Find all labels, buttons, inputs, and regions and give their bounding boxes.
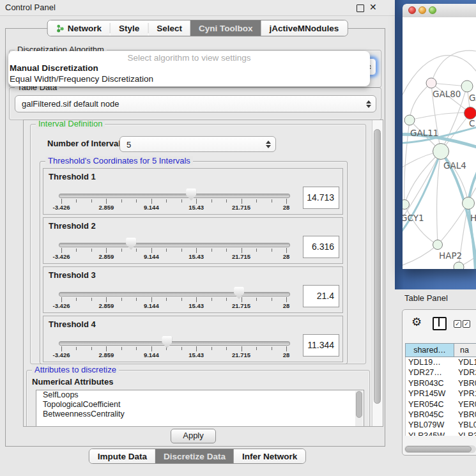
table-data-group: Table Data galFiltered.sif default node — [9, 88, 381, 120]
attribute-item-topologicalcoefficient[interactable]: TopologicalCoefficient — [36, 400, 364, 410]
close-icon[interactable]: ✕ — [369, 2, 377, 12]
table-row[interactable]: YLR345WYLR3 — [406, 431, 476, 436]
scrollbar-thumb[interactable] — [405, 446, 472, 452]
network-node-c[interactable] — [464, 107, 476, 119]
number-of-intervals-label: Number of Intervals — [47, 139, 125, 148]
tab-discretize-data[interactable]: Discretize Data — [155, 449, 234, 463]
slider-thumb[interactable] — [162, 336, 172, 348]
group-title: Attributes to discretize — [32, 365, 119, 374]
table-row[interactable]: YER054CYER0 — [406, 399, 476, 410]
minimize-traffic-light[interactable] — [418, 6, 426, 14]
tab-jactivemnodules[interactable]: jActiveMNodules — [261, 20, 348, 36]
slider-track[interactable] — [59, 194, 290, 198]
tab-network[interactable]: Network — [48, 20, 110, 36]
float-window-icon[interactable] — [357, 4, 364, 12]
zoom-traffic-light[interactable] — [429, 6, 436, 14]
attributes-group: Attributes to discretize Numerical Attri… — [26, 370, 370, 427]
network-node-h[interactable] — [463, 197, 475, 210]
table-cell: YDL1 — [454, 357, 476, 367]
tick-label: 21.715 — [232, 302, 250, 309]
table-row[interactable]: YDL19…YDL1 — [406, 357, 476, 367]
panel-title: Control Panel — [5, 3, 56, 12]
tab-select[interactable]: Select — [148, 20, 190, 36]
tick — [91, 249, 92, 252]
threshold-value-field[interactable]: 14.713 — [303, 187, 339, 209]
tab-label: Discretize Data — [164, 452, 226, 461]
scrollbar-thumb[interactable] — [374, 129, 381, 404]
column-header-2[interactable]: na — [454, 344, 476, 357]
threshold-value-field[interactable]: 21.4 — [303, 285, 339, 307]
tab-style[interactable]: Style — [111, 20, 148, 36]
checkbox-icon[interactable]: ✓ — [463, 320, 470, 328]
network-icon — [56, 24, 65, 33]
list-scrollbar[interactable] — [355, 391, 363, 427]
horizontal-scrollbar[interactable] — [404, 445, 476, 453]
tick — [91, 199, 92, 203]
attribute-item-betweennesscentrality[interactable]: BetweennessCentrality — [36, 410, 364, 419]
table-row[interactable]: YDR27…YDR2 — [406, 367, 476, 378]
tab-infer-network[interactable]: Infer Network — [234, 449, 305, 463]
dropdown-option-equal-width-frequency-discretization[interactable]: Equal Width/Frequency Discretization — [8, 73, 370, 84]
threshold-value-field[interactable]: 6.316 — [303, 236, 339, 258]
node-table: shared…na YDL19…YDL1YDR27…YDR2YBR043CYBR… — [405, 343, 476, 436]
tick-label: 21.715 — [232, 253, 250, 260]
tick-label: 21.715 — [232, 204, 250, 211]
tick — [136, 199, 137, 203]
attributes-listbox[interactable]: SelfLoopsTopologicalCoefficientBetweenne… — [36, 390, 364, 427]
network-node-gal4[interactable] — [433, 144, 449, 160]
network-node-hap2[interactable] — [433, 240, 443, 250]
network-node-ga[interactable] — [461, 81, 473, 92]
table-row[interactable]: YBL079WYBL0 — [406, 420, 476, 430]
checkbox-icon[interactable]: ✓ — [454, 320, 461, 328]
network-node-gal80[interactable] — [426, 78, 436, 88]
scrollbar-thumb[interactable] — [356, 391, 362, 418]
slider-track[interactable] — [59, 292, 290, 296]
tick — [121, 347, 122, 350]
slider-thumb[interactable] — [234, 287, 244, 299]
gear-icon[interactable]: ⚙ — [411, 316, 422, 328]
tick — [166, 298, 167, 301]
network-window-titlebar[interactable] — [403, 4, 476, 18]
tick-label: 28 — [283, 204, 290, 211]
table-data-combobox[interactable]: galFiltered.sif default node — [15, 95, 376, 112]
node-label: HAP2 — [439, 250, 462, 261]
slider-thumb[interactable] — [186, 188, 196, 201]
table-rows: YDL19…YDL1YDR27…YDR2YBR043CYBR0YPR145WYP… — [405, 357, 476, 436]
tick — [256, 347, 257, 350]
network-node[interactable] — [454, 262, 464, 269]
network-canvas[interactable]: GAL80GACGAL11GAL4GCY1HHAP2 — [403, 17, 476, 269]
attribute-item-selfloops[interactable]: SelfLoops — [36, 390, 364, 400]
tick — [76, 199, 77, 203]
combo-value: galFiltered.sif default node — [22, 99, 119, 109]
table-panel-title: Table Panel — [404, 293, 448, 303]
tick — [211, 249, 212, 252]
bottom-tab-bar: Impute DataDiscretize DataInfer Network — [89, 449, 306, 464]
table-row[interactable]: YPR145WYPR1 — [406, 388, 476, 399]
tick — [61, 346, 62, 351]
dropdown-option-manual-discretization[interactable]: Manual Discretization — [8, 63, 370, 73]
network-node-gcy1[interactable] — [403, 200, 410, 210]
number-of-intervals-combobox[interactable]: 5 — [119, 136, 276, 152]
slider-track[interactable] — [59, 243, 290, 247]
network-edge — [403, 245, 438, 268]
tab-impute-data[interactable]: Impute Data — [89, 449, 155, 463]
group-title: Interval Definition — [36, 119, 105, 128]
tick — [242, 199, 242, 204]
apply-button[interactable]: Apply — [171, 429, 216, 443]
tick — [151, 297, 152, 302]
threshold-value-field[interactable]: 11.344 — [303, 334, 339, 357]
close-traffic-light[interactable] — [408, 6, 416, 14]
network-edge — [403, 151, 441, 240]
slider-track[interactable] — [59, 341, 290, 346]
column-header-1[interactable]: shared… — [406, 344, 454, 357]
table-row[interactable]: YBR043CYBR0 — [406, 378, 476, 388]
tab-cyni-toolbox[interactable]: Cyni Toolbox — [190, 20, 261, 36]
slider-thumb[interactable] — [126, 238, 136, 250]
tick — [226, 249, 227, 252]
table-row[interactable]: YBR045CYBR0 — [406, 410, 476, 420]
tick — [272, 249, 272, 252]
columns-icon[interactable] — [433, 317, 447, 330]
tick — [76, 298, 77, 301]
vertical-scrollbar[interactable] — [372, 120, 383, 426]
network-node-gal11[interactable] — [404, 115, 415, 125]
